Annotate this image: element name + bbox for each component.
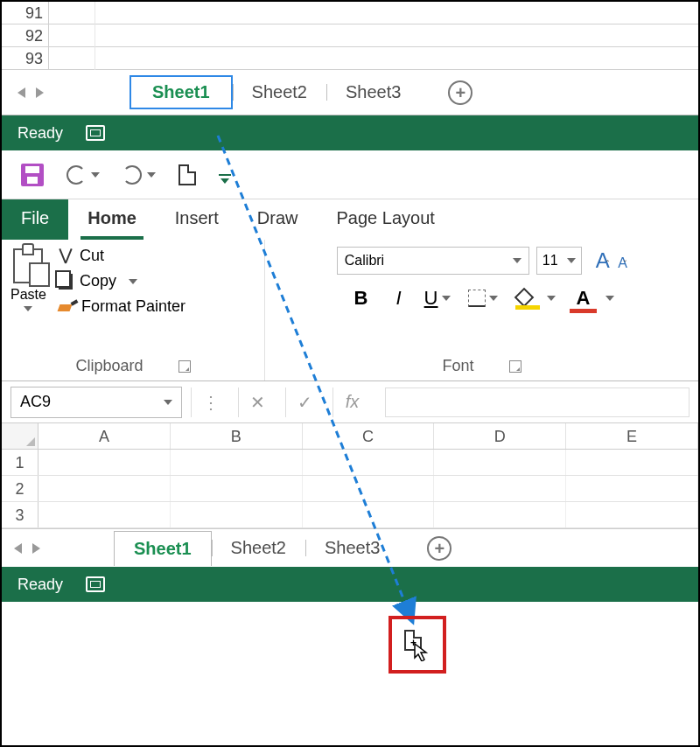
macro-record-icon[interactable] [86,576,105,592]
undo-button[interactable] [66,165,100,185]
row-header[interactable]: 1 [2,450,38,475]
font-size-value: 11 [542,253,558,269]
new-sheet-button[interactable]: + [448,80,472,105]
name-box[interactable]: AC9 [10,387,182,418]
font-name-dropdown[interactable]: Calibri [337,247,529,275]
cell[interactable] [38,476,171,501]
format-painter-label: Format Painter [81,297,186,316]
column-header[interactable]: B [171,423,303,449]
formula-bar[interactable] [385,387,690,417]
font-size-dropdown[interactable]: 11 [536,247,582,275]
paste-button[interactable]: Paste [10,247,46,311]
chevron-down-icon [442,296,451,301]
tab-home[interactable]: Home [68,199,156,240]
italic-button[interactable]: I [390,287,406,310]
sheet-tab-sheet1[interactable]: Sheet1 [114,531,212,566]
column-header[interactable]: D [434,423,566,449]
chevron-down-icon [606,296,614,301]
font-name-value: Calibri [345,253,384,269]
select-all-corner[interactable] [2,423,38,449]
tab-draw[interactable]: Draw [238,199,318,240]
more-button[interactable]: ⋮ [191,387,229,417]
cell[interactable] [566,502,698,527]
increase-font-button[interactable]: Aˆ [596,248,609,273]
cell[interactable] [566,450,698,475]
chevron-down-icon [513,258,522,263]
cancel-button[interactable]: ✕ [238,387,276,417]
source-visible-rows: 91 92 93 [2,2,698,70]
touch-mode-icon[interactable] [178,164,196,185]
new-sheet-button[interactable]: + [427,536,452,561]
dialog-launcher-icon[interactable] [178,360,191,373]
cell[interactable] [171,450,303,475]
copy-icon [59,274,73,290]
cell[interactable] [303,476,435,501]
redo-button[interactable] [122,165,156,185]
highlight-box [388,616,446,674]
chevron-down-icon [164,400,172,405]
cell[interactable] [38,502,171,527]
cell[interactable] [171,476,303,501]
chevron-down-icon [129,279,137,284]
row-header[interactable]: 3 [2,502,38,527]
macro-record-icon[interactable] [86,125,105,141]
cell[interactable] [38,450,171,475]
sheet-tab-sheet2[interactable]: Sheet2 [212,531,305,565]
tab-page-layout[interactable]: Page Layout [318,199,454,240]
scissors-icon [59,248,73,265]
row-header[interactable]: 92 [2,24,49,46]
chevron-down-icon [567,258,576,263]
dialog-launcher-icon[interactable] [509,360,522,373]
sheet-tab-sheet2[interactable]: Sheet2 [233,75,326,109]
cut-label: Cut [80,247,104,265]
column-header[interactable]: E [566,423,698,449]
sheet-tab-sheet1[interactable]: Sheet1 [130,75,233,109]
tab-scroll-right-icon[interactable] [32,543,40,554]
target-status-bar: Ready [2,567,698,602]
cell[interactable] [566,476,698,501]
font-color-button[interactable]: A [573,287,615,310]
tab-scroll-left-icon[interactable] [18,87,25,98]
row-header[interactable]: 93 [2,47,49,69]
tab-file[interactable]: File [2,199,68,240]
group-label: Font [442,357,473,375]
cell[interactable] [303,450,435,475]
column-header[interactable]: C [303,423,435,449]
brush-icon [59,299,74,315]
sheet-tab-sheet3[interactable]: Sheet3 [305,531,399,565]
copy-button[interactable]: Copy [59,272,186,290]
bold-button[interactable]: B [349,287,374,310]
name-box-value: AC9 [20,393,51,411]
customize-qat-icon[interactable] [219,174,231,176]
insert-function-button[interactable]: fx [332,387,371,417]
border-button[interactable] [468,290,498,307]
fill-color-button[interactable] [515,290,556,306]
status-text: Ready [18,124,63,143]
drop-cursor-icon: + [404,630,429,661]
underline-button[interactable]: U [424,287,451,310]
save-icon[interactable] [21,164,44,186]
bucket-icon [515,290,533,306]
source-sheet-tab-strip: Sheet1 Sheet2 Sheet3 + [2,70,698,115]
decrease-font-button[interactable]: Aˇ [618,255,626,271]
cell[interactable] [171,502,303,527]
tab-scroll-left-icon[interactable] [14,543,22,554]
cell[interactable] [434,502,566,527]
cell[interactable] [434,476,566,501]
cut-button[interactable]: Cut [59,247,186,265]
sheet-tab-sheet3[interactable]: Sheet3 [326,75,420,109]
column-header[interactable]: A [38,423,171,449]
formula-bar-row: AC9 ⋮ ✕ ✓ fx [2,381,698,423]
tab-insert[interactable]: Insert [156,199,238,240]
source-status-bar: Ready [2,115,698,150]
quick-access-toolbar [2,150,698,199]
tab-scroll-right-icon[interactable] [36,87,44,98]
cell[interactable] [434,450,566,475]
group-font: Calibri 11 Aˆ Aˇ B I U A Font [264,240,698,380]
ribbon-tab-strip: File Home Insert Draw Page Layout [2,199,698,240]
row-header[interactable]: 2 [2,476,38,501]
row-header[interactable]: 91 [2,2,49,24]
cell[interactable] [303,502,435,527]
format-painter-button[interactable]: Format Painter [59,297,186,316]
enter-button[interactable]: ✓ [285,387,324,417]
